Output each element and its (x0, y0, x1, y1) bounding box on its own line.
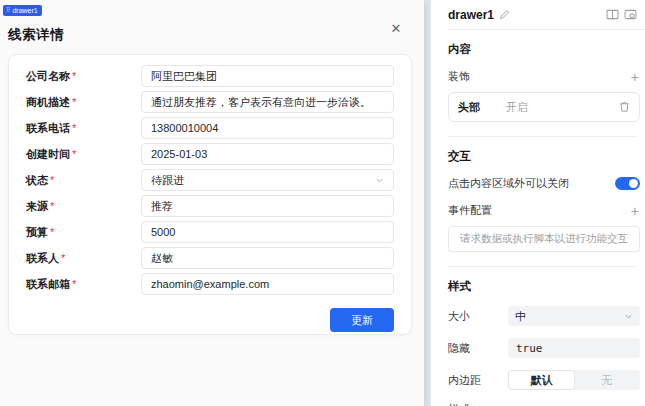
field-label-text: 联系人 (26, 252, 59, 264)
event-config-label: 事件配置 (448, 203, 630, 218)
inspector-panel: drawer1 内容 装饰 + 头部 开启 交互 点击内容区域外可以关闭 事件配… (430, 0, 645, 406)
field-row: 预算* 5000 (26, 219, 394, 245)
field-value: 推荐 (151, 196, 384, 216)
field-input[interactable]: 赵敏 (141, 247, 394, 269)
field-label: 创建时间* (26, 147, 141, 162)
field-row: 创建时间* 2025-01-03 (26, 141, 394, 167)
field-value: 5000 (151, 222, 384, 242)
hidden-label: 隐藏 (448, 341, 508, 356)
inspector-header: drawer1 (448, 0, 645, 30)
padding-option-default[interactable]: 默认 (509, 371, 574, 389)
field-input[interactable]: 推荐 (141, 195, 394, 217)
size-select[interactable]: 中 (508, 306, 640, 326)
size-label: 大小 (448, 309, 508, 324)
update-button[interactable]: 更新 (330, 308, 394, 332)
required-asterisk: * (50, 226, 54, 238)
drawer-component-badge[interactable]: ⠿ drawer1 (3, 5, 42, 16)
edit-name-icon[interactable] (499, 9, 510, 20)
field-input[interactable]: 通过朋友推荐，客户表示有意向进一步洽谈。 (141, 91, 394, 113)
field-input[interactable]: zhaomin@example.com (141, 273, 394, 295)
header-item-row[interactable]: 头部 开启 (448, 92, 640, 122)
field-label-text: 来源 (26, 200, 48, 212)
field-row: 联系邮箱* zhaomin@example.com (26, 271, 394, 297)
close-on-outside-toggle[interactable] (615, 177, 640, 190)
chevron-down-icon (624, 312, 633, 321)
style-label: 样式 (448, 402, 630, 406)
divider (448, 136, 637, 137)
form-actions: 更新 (26, 308, 394, 332)
required-asterisk: * (50, 174, 54, 186)
size-value: 中 (515, 309, 624, 324)
field-label-text: 预算 (26, 226, 48, 238)
close-on-outside-label: 点击内容区域外可以关闭 (448, 176, 615, 191)
field-label-text: 公司名称 (26, 70, 70, 82)
required-asterisk: * (50, 200, 54, 212)
field-input[interactable]: 13800010004 (141, 117, 394, 139)
event-config-row: 事件配置 + (448, 203, 640, 218)
trash-icon[interactable] (619, 101, 630, 113)
lead-form-card: 公司名称* 阿里巴巴集团 商机描述* 通过朋友推荐，客户表示有意向进一步洽谈。 … (8, 54, 412, 335)
required-asterisk: * (72, 148, 76, 160)
add-style-icon[interactable]: + (630, 403, 640, 406)
padding-label: 内边距 (448, 373, 508, 388)
drawer-badge-label: drawer1 (12, 5, 37, 16)
padding-row: 内边距 默认 无 (448, 370, 640, 390)
field-input[interactable]: 待跟进 (141, 169, 394, 191)
add-event-icon[interactable]: + (630, 204, 640, 218)
field-value: 通过朋友推荐，客户表示有意向进一步洽谈。 (151, 92, 384, 112)
inspector-title: drawer1 (448, 8, 494, 22)
header-item-value: 开启 (506, 100, 619, 115)
decoration-label: 装饰 (448, 69, 630, 84)
field-row: 公司名称* 阿里巴巴集团 (26, 63, 394, 89)
field-row: 商机描述* 通过朋友推荐，客户表示有意向进一步洽谈。 (26, 89, 394, 115)
drawer-header: 线索详情 (0, 16, 424, 54)
field-value: 阿里巴巴集团 (151, 66, 384, 86)
section-title-content: 内容 (448, 42, 640, 57)
field-label: 联系人* (26, 251, 141, 266)
close-icon[interactable]: ✕ (388, 20, 404, 36)
header-item-label: 头部 (458, 100, 506, 115)
field-input[interactable]: 2025-01-03 (141, 143, 394, 165)
field-row: 联系人* 赵敏 (26, 245, 394, 271)
field-label-text: 状态 (26, 174, 48, 186)
field-row: 联系电话* 13800010004 (26, 115, 394, 141)
drawer-component: ⠿ drawer1 线索详情 ✕ 公司名称* 阿里巴巴集团 商机描述* 通过朋友… (0, 0, 424, 406)
field-row: 来源* 推荐 (26, 193, 394, 219)
field-label-text: 联系邮箱 (26, 278, 70, 290)
form-fields: 公司名称* 阿里巴巴集团 商机描述* 通过朋友推荐，客户表示有意向进一步洽谈。 … (26, 63, 394, 297)
chevron-down-icon (375, 176, 384, 185)
field-label: 公司名称* (26, 69, 141, 84)
field-label: 预算* (26, 225, 141, 240)
field-value: 2025-01-03 (151, 144, 384, 164)
add-decoration-icon[interactable]: + (630, 70, 640, 84)
field-row: 状态* 待跟进 (26, 167, 394, 193)
field-input[interactable]: 阿里巴巴集团 (141, 65, 394, 87)
field-value: 待跟进 (151, 170, 371, 190)
required-asterisk: * (72, 122, 76, 134)
close-on-outside-row: 点击内容区域外可以关闭 (448, 176, 640, 191)
field-label: 联系邮箱* (26, 277, 141, 292)
padding-option-none[interactable]: 无 (574, 371, 639, 389)
field-label: 联系电话* (26, 121, 141, 136)
docs-book-icon[interactable] (606, 9, 619, 20)
style-add-row: 样式 + (448, 402, 640, 406)
field-label-text: 联系电话 (26, 122, 70, 134)
event-placeholder-box[interactable]: 请求数据或执行脚本以进行功能交互 (448, 226, 640, 252)
field-value: zhaomin@example.com (151, 274, 384, 294)
field-label-text: 商机描述 (26, 96, 70, 108)
field-input[interactable]: 5000 (141, 221, 394, 243)
section-title-style: 样式 (448, 279, 640, 294)
decoration-row: 装饰 + (448, 69, 640, 84)
field-label: 来源* (26, 199, 141, 214)
hidden-input[interactable]: true (508, 338, 640, 358)
drag-handle-icon: ⠿ (6, 5, 10, 16)
popout-window-icon[interactable] (624, 9, 637, 20)
field-label-text: 创建时间 (26, 148, 70, 160)
hidden-row: 隐藏 true (448, 338, 640, 358)
required-asterisk: * (61, 252, 65, 264)
required-asterisk: * (72, 278, 76, 290)
required-asterisk: * (72, 70, 76, 82)
drawer-title: 线索详情 (8, 26, 64, 44)
divider (448, 266, 637, 267)
required-asterisk: * (72, 96, 76, 108)
